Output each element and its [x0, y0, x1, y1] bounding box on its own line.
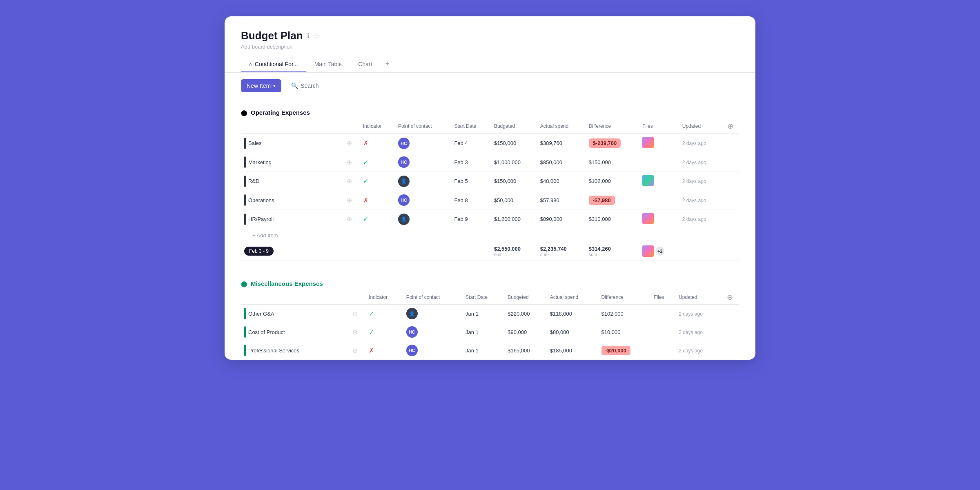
col-add: ⊕	[720, 290, 739, 305]
section-collapse-misc[interactable]: ⬤	[241, 281, 247, 287]
add-row-icon[interactable]: ⊕	[347, 159, 352, 166]
add-item-label[interactable]: + Add Item	[241, 229, 739, 242]
budgeted-cell: $90,000	[504, 323, 546, 341]
add-row-icon[interactable]: ⊕	[352, 310, 358, 317]
files-cell	[639, 209, 679, 229]
row-add-icon[interactable]: ⊕	[349, 341, 365, 360]
actual-cell: $57,980	[537, 191, 586, 209]
row-col-add	[722, 153, 739, 172]
summary-files: +2	[639, 242, 679, 261]
tab-bar: ⌂ Conditional For... Main Table Chart +	[241, 56, 739, 72]
diff-value: $102,000	[601, 311, 624, 317]
indicator-cell: ✓	[360, 172, 395, 191]
contact-cell: HC	[403, 323, 462, 341]
row-add-icon[interactable]: ⊕	[343, 134, 360, 153]
tab-conditional[interactable]: ⌂ Conditional For...	[241, 58, 306, 72]
budgeted-cell: $165,000	[504, 341, 546, 360]
budgeted-cell: $220,000	[504, 305, 546, 323]
files-cell	[639, 172, 679, 191]
add-column-icon[interactable]: ⊕	[727, 293, 733, 301]
actual-cell: $80,000	[547, 323, 598, 341]
diff-value: $102,000	[589, 178, 611, 184]
add-row-icon[interactable]: ⊕	[352, 329, 358, 336]
new-item-label: New Item	[247, 82, 271, 89]
search-icon: 🔍	[291, 82, 298, 89]
info-icon[interactable]: ℹ	[307, 32, 310, 40]
row-col-add	[722, 209, 739, 229]
row-add-icon[interactable]: ⊕	[349, 305, 365, 323]
sum-label: sum	[589, 252, 636, 257]
row-add-icon[interactable]: ⊕	[343, 172, 360, 191]
add-column-icon[interactable]: ⊕	[727, 122, 733, 130]
section-collapse-operating[interactable]: ⬤	[241, 109, 247, 116]
operating-expenses-title: Operating Expenses	[251, 109, 310, 116]
col-add: ⊕	[722, 119, 739, 134]
row-add-icon[interactable]: ⊕	[343, 191, 360, 209]
row-name-cell: Operations	[241, 191, 343, 209]
diff-badge-red: -$20,000	[601, 346, 630, 355]
table-row: Professional Services ⊕ ✗ HC Jan 1 $165,…	[241, 341, 739, 360]
updated-cell: 2 days ago	[675, 305, 720, 323]
indicator-cell: ✓	[360, 209, 395, 229]
file-thumb-summary	[642, 245, 654, 257]
contact-cell: HC	[395, 134, 451, 153]
updated-cell: 2 days ago	[679, 134, 722, 153]
col-contact: Point of contact	[403, 290, 462, 305]
star-icon[interactable]: ☆	[314, 31, 320, 40]
tab-add-button[interactable]: +	[380, 56, 394, 72]
avatar: HC	[398, 194, 410, 206]
budgeted-cell: $50,000	[491, 191, 537, 209]
file-thumbnail	[642, 137, 654, 148]
add-row-icon[interactable]: ⊕	[347, 197, 352, 204]
col-indicator: Indicator	[360, 119, 395, 134]
tab-main-table[interactable]: Main Table	[306, 58, 350, 72]
files-count: +2	[655, 247, 664, 256]
row-name-cell: Sales	[241, 134, 343, 153]
summary-empty2	[679, 242, 739, 261]
files-cell	[639, 134, 679, 153]
miscellaneous-expenses-table: Indicator Point of contact Start Date Bu…	[241, 290, 739, 360]
add-item-row[interactable]: + Add Item	[241, 229, 739, 242]
table-row: Marketing ⊕ ✓ HC Feb 3 $1,000,000 $850,0…	[241, 153, 739, 172]
row-add-icon[interactable]: ⊕	[349, 323, 365, 341]
budgeted-cell: $1,000,000	[491, 153, 537, 172]
col-files: Files	[650, 290, 675, 305]
row-name-label: Operations	[248, 197, 274, 203]
row-add-icon[interactable]: ⊕	[343, 153, 360, 172]
updated-cell: 2 days ago	[679, 191, 722, 209]
add-row-icon[interactable]: ⊕	[347, 216, 352, 223]
summary-date-cell: Feb 3 - 9	[241, 242, 451, 261]
new-item-button[interactable]: New Item ▾	[241, 79, 281, 92]
search-button[interactable]: 🔍 Search	[286, 79, 323, 92]
files-cell	[650, 341, 675, 360]
row-name-label: Marketing	[248, 159, 272, 165]
diff-value: $10,000	[601, 329, 621, 335]
tab-main-table-label: Main Table	[314, 61, 342, 67]
actual-cell: $890,000	[537, 209, 586, 229]
row-bar	[244, 156, 246, 168]
diff-cell: -$7,980	[586, 191, 639, 209]
date-cell: Jan 1	[462, 323, 504, 341]
row-add-icon[interactable]: ⊕	[343, 209, 360, 229]
row-bar	[244, 138, 246, 149]
add-row-icon[interactable]: ⊕	[347, 178, 352, 185]
row-bar	[244, 308, 246, 319]
indicator-cell: ✗	[360, 134, 395, 153]
col-updated: Updated	[679, 119, 722, 134]
date-cell: Feb 4	[451, 134, 491, 153]
diff-cell: $310,000	[586, 209, 639, 229]
search-label: Search	[301, 82, 318, 89]
date-badge: Feb 3 - 9	[244, 247, 274, 256]
files-cell	[639, 153, 679, 172]
contact-cell: 👤	[395, 209, 451, 229]
row-name-cell: Marketing	[241, 153, 343, 172]
tab-chart[interactable]: Chart	[350, 58, 380, 72]
add-row-icon[interactable]: ⊕	[352, 347, 358, 354]
add-row-icon[interactable]: ⊕	[347, 140, 352, 147]
home-icon: ⌂	[249, 61, 252, 67]
col-name	[241, 119, 343, 134]
row-name-cell: Professional Services	[241, 341, 349, 360]
board-description[interactable]: Add board description	[241, 44, 739, 50]
row-name-cell: R&D	[241, 172, 343, 191]
summary-actual: $2,235,740 sum	[537, 242, 586, 261]
